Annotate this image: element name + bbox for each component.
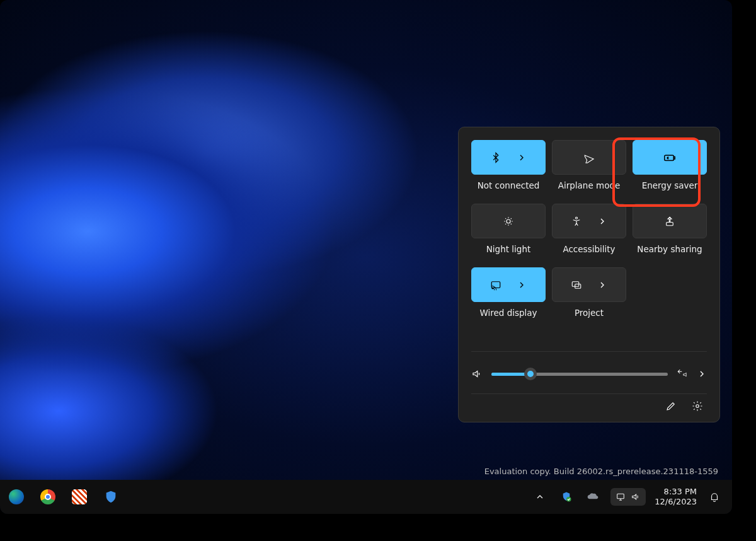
tile-bluetooth[interactable] bbox=[471, 140, 546, 175]
svg-rect-5 bbox=[491, 281, 500, 288]
volume-slider[interactable] bbox=[491, 373, 668, 376]
airplane-icon bbox=[583, 152, 595, 163]
volume-row bbox=[471, 351, 707, 393]
quick-settings-tiles: Not connected Airplane mode Energy saver bbox=[471, 140, 707, 326]
taskbar: 8:33 PM 12/6/2023 bbox=[0, 480, 732, 514]
tile-airplane-label: Airplane mode bbox=[558, 180, 621, 190]
svg-point-10 bbox=[566, 497, 571, 502]
volume-slider-thumb[interactable] bbox=[524, 368, 537, 380]
settings-button[interactable] bbox=[692, 400, 703, 412]
nearby-share-icon bbox=[664, 216, 675, 227]
chevron-right-icon bbox=[517, 153, 527, 163]
tile-airplane-mode[interactable] bbox=[552, 140, 626, 175]
svg-rect-1 bbox=[673, 156, 675, 159]
tile-night-light[interactable] bbox=[471, 204, 546, 238]
network-icon bbox=[616, 492, 626, 502]
chevron-right-icon bbox=[597, 216, 607, 226]
tile-night-light-label: Night light bbox=[486, 244, 530, 254]
tile-accessibility[interactable] bbox=[552, 204, 626, 238]
energy-saver-icon bbox=[663, 151, 677, 165]
tile-accessibility-label: Accessibility bbox=[563, 244, 615, 254]
taskbar-date: 12/6/2023 bbox=[655, 497, 697, 507]
tile-energy-saver-label: Energy saver bbox=[642, 180, 698, 190]
tile-project[interactable] bbox=[552, 267, 626, 302]
taskbar-app-edge[interactable] bbox=[8, 488, 25, 506]
tile-wired-display[interactable] bbox=[471, 267, 546, 302]
svg-point-9 bbox=[696, 405, 699, 408]
edit-quick-settings-button[interactable] bbox=[665, 400, 677, 412]
tile-wired-display-label: Wired display bbox=[479, 308, 537, 318]
audio-output-icon[interactable] bbox=[677, 368, 688, 380]
notifications-button[interactable] bbox=[706, 488, 723, 506]
evaluation-watermark: Evaluation copy. Build 26002.rs_prerelea… bbox=[484, 467, 718, 476]
tile-nearby-sharing-label: Nearby sharing bbox=[637, 244, 702, 254]
tray-overflow-button[interactable] bbox=[531, 488, 549, 506]
svg-rect-4 bbox=[667, 222, 673, 225]
tile-project-label: Project bbox=[575, 308, 604, 318]
tray-security-icon[interactable] bbox=[558, 488, 575, 506]
chevron-right-icon[interactable] bbox=[697, 369, 707, 379]
volume-icon[interactable] bbox=[471, 368, 483, 380]
taskbar-app-snipping[interactable] bbox=[71, 488, 88, 506]
taskbar-app-chrome[interactable] bbox=[39, 488, 57, 506]
tile-bluetooth-label: Not connected bbox=[478, 180, 540, 190]
taskbar-time: 8:33 PM bbox=[655, 487, 697, 497]
taskbar-clock[interactable]: 8:33 PM 12/6/2023 bbox=[655, 487, 697, 508]
tile-energy-saver[interactable] bbox=[633, 140, 707, 175]
tray-network-volume-group[interactable] bbox=[610, 488, 646, 506]
tray-onedrive-icon[interactable] bbox=[584, 488, 602, 506]
accessibility-icon bbox=[571, 216, 582, 227]
bluetooth-icon bbox=[490, 152, 501, 163]
quick-settings-panel: Not connected Airplane mode Energy saver bbox=[458, 127, 720, 422]
svg-point-3 bbox=[576, 217, 578, 219]
cast-icon bbox=[490, 279, 501, 291]
project-icon bbox=[571, 279, 582, 291]
volume-tray-icon bbox=[631, 492, 641, 502]
taskbar-app-security[interactable] bbox=[102, 488, 120, 506]
chevron-right-icon bbox=[597, 280, 607, 290]
svg-rect-11 bbox=[617, 494, 624, 498]
svg-rect-0 bbox=[665, 155, 674, 160]
chevron-right-icon bbox=[517, 280, 527, 290]
tile-nearby-sharing[interactable] bbox=[633, 204, 707, 238]
svg-point-2 bbox=[507, 219, 510, 223]
svg-point-6 bbox=[492, 288, 493, 289]
night-light-icon bbox=[503, 216, 514, 227]
